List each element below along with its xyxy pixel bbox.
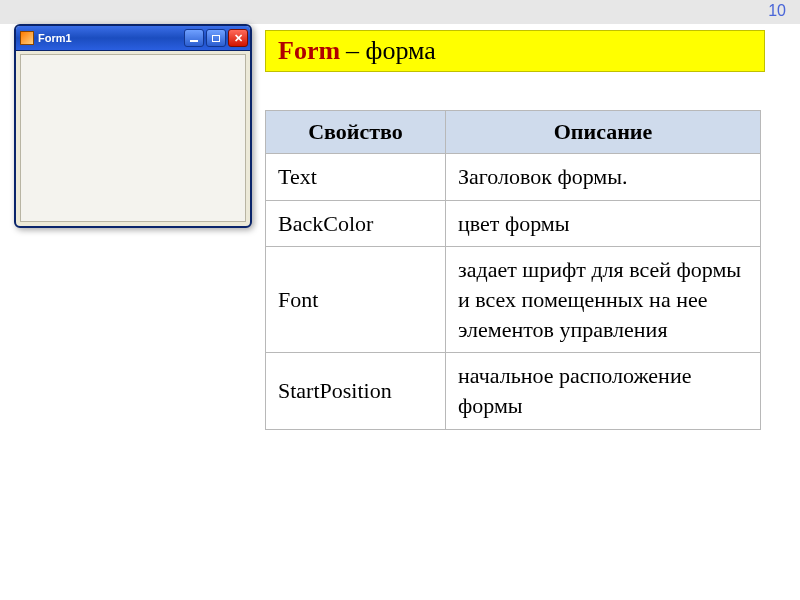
slide: 10 Form – форма Form1 ✕ (0, 0, 800, 600)
heading-strong: Form (278, 36, 340, 66)
close-icon: ✕ (234, 32, 243, 45)
cell-description: цвет формы (446, 200, 761, 247)
form-client-area (20, 54, 246, 222)
form-titlebar[interactable]: Form1 ✕ (16, 26, 250, 51)
cell-description: Заголовок формы. (446, 154, 761, 201)
minimize-button[interactable] (184, 29, 204, 47)
form-title-buttons: ✕ (184, 29, 248, 47)
maximize-button[interactable] (206, 29, 226, 47)
cell-property: Text (266, 154, 446, 201)
heading-rest: – форма (346, 36, 436, 66)
form-window: Form1 ✕ (14, 24, 252, 228)
minimize-icon (190, 40, 198, 42)
top-bar: 10 (0, 0, 800, 24)
app-icon (20, 31, 34, 45)
page-number: 10 (768, 2, 786, 20)
cell-property: BackColor (266, 200, 446, 247)
cell-description: начальное расположение формы (446, 353, 761, 429)
maximize-icon (212, 35, 220, 42)
table-header-row: Свойство Описание (266, 111, 761, 154)
heading-bar: Form – форма (265, 30, 765, 72)
cell-description: задает шрифт для всей формы и всех помещ… (446, 247, 761, 353)
properties-table: Свойство Описание Text Заголовок формы. … (265, 110, 761, 430)
cell-property: StartPosition (266, 353, 446, 429)
table-row: Text Заголовок формы. (266, 154, 761, 201)
table-row: BackColor цвет формы (266, 200, 761, 247)
table-row: StartPosition начальное расположение фор… (266, 353, 761, 429)
cell-property: Font (266, 247, 446, 353)
close-button[interactable]: ✕ (228, 29, 248, 47)
header-property: Свойство (266, 111, 446, 154)
table-row: Font задает шрифт для всей формы и всех … (266, 247, 761, 353)
header-description: Описание (446, 111, 761, 154)
form-title: Form1 (38, 32, 72, 44)
form-title-left: Form1 (20, 31, 72, 45)
